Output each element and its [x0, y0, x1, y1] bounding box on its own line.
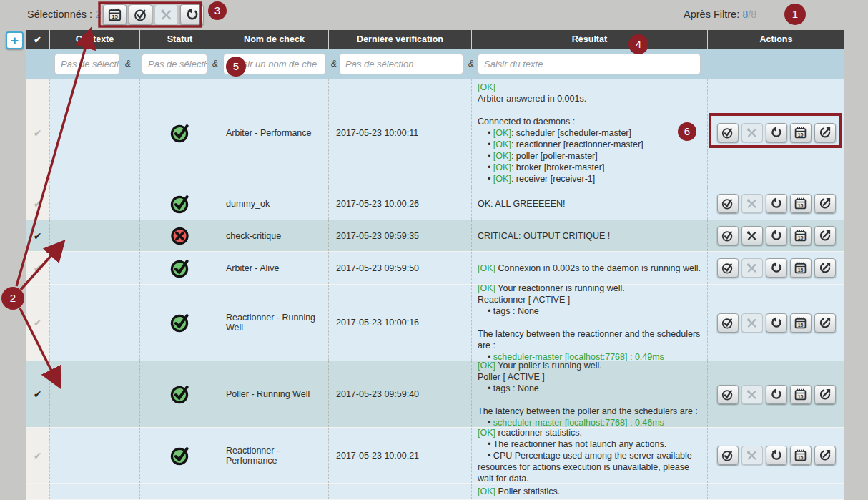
- result-segment: [OK]: [478, 263, 495, 273]
- last-check-time: 2017-05-23 10:00:26: [329, 187, 472, 220]
- result-line: • [ 0.22 ] Checks done per second: [478, 497, 701, 499]
- tools-icon: [745, 229, 759, 242]
- row-launch-button[interactable]: [814, 258, 836, 278]
- row-recheck-button[interactable]: [766, 194, 787, 213]
- result-line: [478, 104, 701, 116]
- row-acknowledge-button[interactable]: [717, 313, 739, 333]
- last-check-time: 2017-05-23 09:59:50: [329, 252, 472, 284]
- actions-cell: 15: [708, 187, 844, 220]
- date-filter-input[interactable]: [345, 54, 457, 74]
- row-launch-button[interactable]: [814, 226, 836, 245]
- undo-icon: [769, 229, 783, 242]
- row-downtime-button[interactable]: 15: [790, 385, 812, 404]
- result-segment: The latency between the poller and the s…: [478, 406, 698, 416]
- row-fix-button[interactable]: [741, 446, 763, 465]
- status-filter-select[interactable]: Pas de sélecti: [142, 54, 207, 74]
- bulk-recheck-button[interactable]: [180, 4, 204, 25]
- row-downtime-button[interactable]: 15: [790, 313, 812, 333]
- row-launch-button[interactable]: [814, 446, 836, 465]
- bulk-downtime-button[interactable]: 15: [103, 4, 127, 25]
- row-launch-button[interactable]: [814, 313, 836, 333]
- result-text: [OK] reactionner statistics.• The reacti…: [478, 428, 701, 483]
- bulk-fix-button[interactable]: [154, 4, 178, 25]
- row-select-cell[interactable]: ✔: [26, 361, 50, 427]
- svg-text:15: 15: [798, 393, 804, 398]
- row-recheck-button[interactable]: [766, 385, 787, 404]
- check-name: Arbiter - Alive: [220, 252, 329, 284]
- check-circle-icon: [721, 316, 734, 330]
- status-cell: [140, 285, 220, 361]
- result-filter-input[interactable]: [484, 54, 694, 74]
- result-line: [OK] Poller statistics.: [478, 486, 701, 497]
- row-fix-button[interactable]: [741, 226, 763, 245]
- row-launch-button[interactable]: [814, 385, 836, 404]
- result-line: [478, 317, 701, 328]
- row-recheck-button[interactable]: [766, 258, 787, 278]
- filter-and-separator: &: [468, 59, 474, 69]
- context-filter-value: Pas de sélecti: [61, 59, 119, 69]
- row-recheck-button[interactable]: [766, 123, 787, 142]
- row-fix-button[interactable]: [741, 123, 763, 142]
- row-recheck-button[interactable]: [766, 446, 787, 465]
- svg-text:15: 15: [798, 268, 804, 273]
- row-fix-button[interactable]: [741, 258, 763, 278]
- row-fix-button[interactable]: [741, 194, 763, 213]
- result-segment: : reactionner [reactionner-master]: [511, 139, 643, 149]
- row-select-cell[interactable]: [26, 484, 50, 499]
- scheduler-link[interactable]: scheduler-master [localhost:7768] : 0.46…: [493, 418, 664, 427]
- scheduler-link[interactable]: scheduler-master [localhost:7768] : 0.49…: [493, 352, 664, 361]
- row-select-cell[interactable]: ✔: [26, 79, 50, 187]
- undo-icon: [769, 316, 783, 330]
- svg-text:15: 15: [798, 132, 804, 137]
- row-downtime-button[interactable]: 15: [790, 226, 812, 245]
- export-icon: [818, 229, 832, 242]
- row-launch-button[interactable]: [814, 123, 836, 142]
- last-check-time: 2017-05-23 09:59:40: [329, 361, 472, 427]
- filter-and-separator: &: [212, 59, 218, 69]
- row-select-cell[interactable]: ✔: [26, 252, 50, 284]
- row-acknowledge-button[interactable]: [717, 194, 739, 213]
- selected-count-value[interactable]: 2: [95, 9, 101, 20]
- bulk-acknowledge-button[interactable]: [129, 4, 152, 25]
- row-acknowledge-button[interactable]: [717, 123, 739, 142]
- row-selected-check-icon: ✔: [34, 388, 42, 400]
- row-launch-button[interactable]: [814, 194, 836, 213]
- status-cell: [140, 79, 220, 187]
- undo-icon: [184, 7, 199, 22]
- row-downtime-button[interactable]: 15: [790, 194, 812, 213]
- name-filter-input[interactable]: [230, 54, 320, 74]
- row-select-cell[interactable]: ✔: [26, 285, 50, 361]
- table-row: ✔Poller - Running Well2017-05-23 09:59:4…: [26, 361, 844, 428]
- row-fix-button[interactable]: [741, 313, 763, 333]
- row-downtime-button[interactable]: 15: [790, 123, 812, 142]
- export-icon: [818, 197, 832, 210]
- row-acknowledge-button[interactable]: [717, 226, 739, 245]
- actions-cell: 15: [708, 361, 844, 427]
- result-text: [OK] Your reactionner is running well.Re…: [478, 285, 701, 361]
- result-line: [OK] Your reactionner is running well.: [478, 285, 701, 294]
- result-segment: The latency between the reactionner and …: [478, 329, 700, 351]
- result-line: • tags : None: [478, 383, 701, 394]
- context-filter-select[interactable]: Pas de sélecti: [54, 54, 120, 74]
- row-selected-check-icon: ✔: [34, 317, 42, 328]
- row-select-cell[interactable]: ✔: [26, 428, 50, 483]
- row-downtime-button[interactable]: 15: [790, 446, 812, 465]
- result-segment: [OK]: [493, 174, 511, 184]
- add-button[interactable]: +: [6, 31, 24, 49]
- row-downtime-button[interactable]: 15: [790, 258, 812, 278]
- selected-label-text: Sélectionnés :: [27, 9, 92, 20]
- row-acknowledge-button[interactable]: [717, 446, 739, 465]
- row-fix-button[interactable]: [741, 385, 763, 404]
- column-header-select-all[interactable]: ✔: [26, 30, 50, 49]
- status-ok-icon: [168, 312, 192, 333]
- row-recheck-button[interactable]: [766, 226, 787, 245]
- last-check-time: 2017-05-23 10:00:21: [329, 428, 472, 483]
- result-segment: reactionner statistics.: [495, 428, 582, 438]
- row-acknowledge-button[interactable]: [717, 258, 739, 278]
- row-select-cell[interactable]: ✔: [26, 187, 50, 220]
- result-cell: [OK]Arbiter answered in 0.001s. Connecte…: [472, 79, 708, 187]
- row-select-cell[interactable]: ✔: [26, 220, 50, 251]
- row-recheck-button[interactable]: [766, 313, 787, 333]
- status-ok-icon: [168, 122, 192, 144]
- row-acknowledge-button[interactable]: [717, 385, 739, 404]
